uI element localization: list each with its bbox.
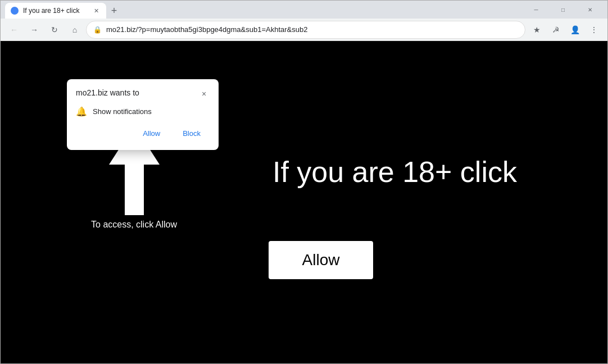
profile-button[interactable]: 👤: [566, 21, 584, 39]
address-text: mo21.biz/?p=muytaobtha5gi3bpge4dgma&sub1…: [106, 25, 518, 34]
popup-desc: Show notifications: [93, 107, 152, 116]
arrow-label: To access, click Allow: [91, 220, 177, 230]
extensions-button[interactable]: ☭: [547, 21, 565, 39]
lock-icon: 🔒: [93, 26, 102, 34]
popup-header: mo21.biz wants to ×: [76, 88, 210, 99]
window-controls: ─ □ ✕: [523, 1, 603, 19]
tab-strip: If you are 18+ click ✕ +: [5, 1, 523, 19]
notification-popup: mo21.biz wants to × 🔔 Show notifications…: [67, 79, 219, 150]
reload-button[interactable]: ↻: [46, 21, 63, 39]
nav-actions: ★ ☭ 👤 ⋮: [528, 21, 603, 39]
popup-actions: Allow Block: [76, 126, 210, 141]
active-tab[interactable]: If you are 18+ click ✕: [5, 3, 106, 19]
minimize-button[interactable]: ─: [523, 1, 549, 19]
browser-window: If you are 18+ click ✕ + ─ □ ✕ ← → ↻ ⌂ 🔒…: [0, 0, 608, 364]
tab-close-button[interactable]: ✕: [92, 6, 101, 15]
home-button[interactable]: ⌂: [66, 21, 84, 39]
bookmark-button[interactable]: ★: [528, 21, 546, 39]
popup-allow-button[interactable]: Allow: [134, 126, 169, 141]
popup-close-button[interactable]: ×: [198, 88, 210, 99]
menu-button[interactable]: ⋮: [585, 21, 603, 39]
page-content: mo21.biz wants to × 🔔 Show notifications…: [1, 41, 607, 363]
close-button[interactable]: ✕: [577, 1, 603, 19]
back-button[interactable]: ←: [5, 21, 23, 39]
new-tab-button[interactable]: +: [106, 3, 122, 19]
allow-button[interactable]: Allow: [269, 241, 374, 279]
forward-button[interactable]: →: [25, 21, 43, 39]
tab-title: If you are 18+ click: [23, 7, 87, 15]
tab-favicon: [11, 7, 19, 15]
popup-title: mo21.biz wants to: [76, 88, 139, 97]
main-heading: If you are 18+ click: [273, 155, 517, 189]
address-bar[interactable]: 🔒 mo21.biz/?p=muytaobtha5gi3bpge4dgma&su…: [86, 21, 525, 39]
bell-icon: 🔔: [76, 106, 87, 117]
maximize-button[interactable]: □: [550, 1, 576, 19]
nav-bar: ← → ↻ ⌂ 🔒 mo21.biz/?p=muytaobtha5gi3bpge…: [1, 19, 607, 41]
title-bar: If you are 18+ click ✕ + ─ □ ✕: [1, 1, 607, 19]
popup-row: 🔔 Show notifications: [76, 106, 210, 117]
popup-block-button[interactable]: Block: [174, 126, 210, 141]
